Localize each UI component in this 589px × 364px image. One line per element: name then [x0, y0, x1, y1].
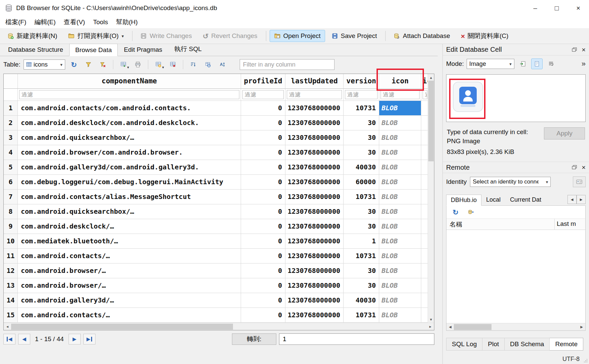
- cell-profileid[interactable]: 0: [241, 219, 285, 234]
- cell-version[interactable]: 30: [344, 219, 379, 234]
- table-row[interactable]: 7com.android.contacts/alias.MessageShort…: [4, 190, 428, 204]
- table-row[interactable]: 3com.android.quicksearchbox/…01230768000…: [4, 130, 428, 145]
- row-number[interactable]: 5: [4, 160, 18, 175]
- cell-icon-blob[interactable]: BLOB: [379, 234, 421, 249]
- cell-icon-blob[interactable]: BLOB: [379, 308, 421, 323]
- remote-tab-local[interactable]: Local: [481, 194, 505, 205]
- table-row[interactable]: 10com.mediatek.bluetooth/…01230768000000…: [4, 234, 428, 249]
- cell-version[interactable]: 10731: [344, 190, 379, 204]
- cell-lastupdated[interactable]: 1230768000000: [285, 160, 344, 175]
- resize-grip-icon[interactable]: [584, 359, 588, 363]
- cell-partial[interactable]: [421, 190, 428, 204]
- save-project-button[interactable]: Save Project: [327, 30, 382, 42]
- scroll-right-icon[interactable]: ▶: [578, 323, 585, 330]
- table-row[interactable]: 5com.android.gallery3d/com.android.galle…: [4, 160, 428, 175]
- tab-scroll-right-icon[interactable]: ▶: [577, 195, 586, 204]
- row-number[interactable]: 10: [4, 234, 18, 249]
- column-header-lastupdated[interactable]: lastUpdated: [285, 74, 344, 89]
- save-results-button[interactable]: ▾: [118, 59, 129, 70]
- cell-profileid[interactable]: 0: [241, 175, 285, 190]
- word-wrap-button[interactable]: [545, 58, 557, 69]
- corner-header-cell[interactable]: [4, 74, 18, 89]
- cell-partial[interactable]: [421, 293, 428, 308]
- row-number[interactable]: 2: [4, 116, 18, 130]
- cell-version[interactable]: 30: [344, 130, 379, 145]
- cell-icon-blob[interactable]: BLOB: [379, 145, 421, 160]
- revert-changes-button[interactable]: ↺ Revert Changes: [198, 30, 262, 42]
- cell-version[interactable]: 30: [344, 204, 379, 219]
- filter-button[interactable]: [83, 59, 94, 70]
- row-number[interactable]: 1: [4, 101, 18, 116]
- horizontal-scrollbar-thumb[interactable]: [11, 324, 233, 330]
- cell-profileid[interactable]: 0: [241, 116, 285, 130]
- tab-edit-pragmas[interactable]: Edit Pragmas: [118, 43, 168, 56]
- close-icon[interactable]: ×: [567, 0, 589, 16]
- cell-componentname[interactable]: com.android.quicksearchbox/…: [18, 204, 241, 219]
- cell-profileid[interactable]: 0: [241, 190, 285, 204]
- filter-componentname-input[interactable]: 過濾: [19, 90, 239, 99]
- cell-profileid[interactable]: 0: [241, 308, 285, 323]
- cell-componentname[interactable]: com.android.gallery3d/com.android.galler…: [18, 160, 241, 175]
- cell-partial[interactable]: [421, 101, 428, 116]
- text-format-button[interactable]: A: [217, 59, 228, 70]
- float-panel-icon[interactable]: [572, 47, 577, 52]
- scroll-down-icon[interactable]: ▼: [428, 316, 434, 323]
- cell-componentname[interactable]: com.android.browser/…: [18, 264, 241, 278]
- open-database-dropdown-icon[interactable]: ▾: [122, 34, 124, 39]
- table-row[interactable]: 13com.android.browser/…0123076800000030B…: [4, 278, 428, 293]
- cell-version[interactable]: 30: [344, 116, 379, 130]
- cell-partial[interactable]: [421, 116, 428, 130]
- table-row[interactable]: 9com.android.deskclock/…0123076800000030…: [4, 219, 428, 234]
- next-records-button[interactable]: ▶: [69, 334, 81, 345]
- row-number[interactable]: 13: [4, 278, 18, 293]
- dock-tab-sql-log[interactable]: SQL Log: [446, 338, 482, 351]
- table-row[interactable]: 14com.android.gallery3d/…012307680000004…: [4, 293, 428, 308]
- cell-componentname[interactable]: com.debug.loggerui/com.debug.loggerui.Ma…: [18, 175, 241, 190]
- cell-lastupdated[interactable]: 1230768000000: [285, 204, 344, 219]
- filter-profileid-input[interactable]: 過濾: [242, 90, 284, 99]
- cell-componentname[interactable]: com.android.browser/com.android.browser.: [18, 145, 241, 160]
- cell-profileid[interactable]: 0: [241, 101, 285, 116]
- menu-file[interactable]: 檔案(F): [1, 16, 30, 28]
- column-header-componentname[interactable]: componentName: [18, 74, 241, 89]
- last-record-button[interactable]: ▶: [83, 334, 95, 345]
- cell-icon-blob[interactable]: BLOB: [379, 204, 421, 219]
- cell-version[interactable]: 30: [344, 264, 379, 278]
- cell-lastupdated[interactable]: 1230768000000: [285, 145, 344, 160]
- cell-lastupdated[interactable]: 1230768000000: [285, 264, 344, 278]
- cell-icon-blob[interactable]: BLOB: [379, 293, 421, 308]
- print-button[interactable]: [132, 59, 144, 70]
- column-header-partial[interactable]: ic: [421, 74, 428, 89]
- identity-select[interactable]: Select an identity to conne ▾: [470, 177, 551, 187]
- table-row[interactable]: 2com.android.deskclock/com.android.deskc…: [4, 116, 428, 130]
- scroll-right-icon[interactable]: ▶: [427, 323, 434, 330]
- menu-view[interactable]: 查看(V): [60, 16, 89, 28]
- write-changes-button[interactable]: Write Changes: [136, 30, 196, 42]
- remote-tab-dbhub[interactable]: DBHub.io: [446, 195, 481, 206]
- remote-list-body[interactable]: [446, 230, 585, 315]
- cell-lastupdated[interactable]: 1230768000000: [285, 116, 344, 130]
- row-number[interactable]: 7: [4, 190, 18, 204]
- attach-database-button[interactable]: Attach Database: [389, 30, 454, 42]
- cell-componentname[interactable]: com.mediatek.bluetooth/…: [18, 234, 241, 249]
- apply-button[interactable]: Apply: [544, 127, 585, 139]
- clear-filters-button[interactable]: [97, 59, 109, 70]
- cell-componentname[interactable]: com.android.contacts/…: [18, 249, 241, 264]
- filter-icon-input[interactable]: 過濾: [381, 90, 420, 99]
- cell-version[interactable]: 10731: [344, 101, 379, 116]
- remote-horizontal-scrollbar[interactable]: ◀ ▶: [446, 323, 585, 330]
- cell-profileid[interactable]: 0: [241, 160, 285, 175]
- cell-profileid[interactable]: 0: [241, 293, 285, 308]
- cell-version[interactable]: 30: [344, 145, 379, 160]
- cell-icon-blob[interactable]: BLOB: [379, 101, 421, 116]
- cell-profileid[interactable]: 0: [241, 249, 285, 264]
- goto-record-button[interactable]: 轉到:: [232, 333, 276, 345]
- mode-select[interactable]: Image ▾: [467, 59, 514, 69]
- row-number[interactable]: 15: [4, 308, 18, 323]
- cell-lastupdated[interactable]: 1230768000000: [285, 249, 344, 264]
- table-row[interactable]: 15com.android.contacts/…0123076800000010…: [4, 308, 428, 323]
- cell-lastupdated[interactable]: 1230768000000: [285, 175, 344, 190]
- cell-lastupdated[interactable]: 1230768000000: [285, 308, 344, 323]
- cell-profileid[interactable]: 0: [241, 145, 285, 160]
- table-row[interactable]: 11com.android.contacts/…0123076800000010…: [4, 249, 428, 264]
